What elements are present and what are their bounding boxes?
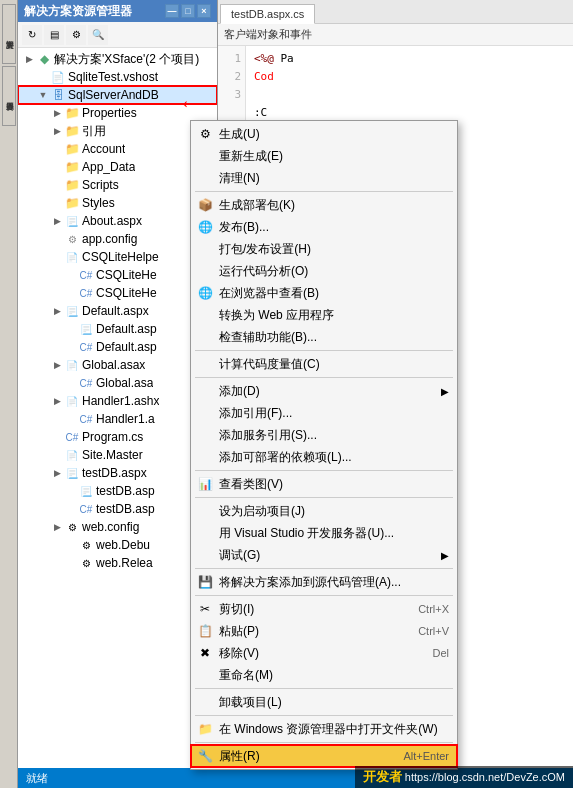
tree-item-testdbasp1[interactable]: 📃 testDB.asp	[18, 482, 217, 500]
menu-item-addsource[interactable]: 💾 将解决方案添加到源代码管理(A)...	[191, 571, 457, 593]
testdb-icon: 📃	[64, 465, 80, 481]
menu-item-codemetrics[interactable]: 计算代码度量值(C)	[191, 353, 457, 375]
menu-item-paste[interactable]: 📋 粘贴(P) Ctrl+V	[191, 620, 457, 642]
expand-icon-webdebug	[64, 538, 78, 552]
tree-item-defaultasp1[interactable]: 📃 Default.asp	[18, 320, 217, 338]
tree-item-default[interactable]: ▶ 📃 Default.aspx	[18, 302, 217, 320]
webdebug-label: web.Debu	[96, 538, 150, 552]
expand-icon-properties: ▶	[50, 106, 64, 120]
menu-item-convertwebapp[interactable]: 转换为 Web 应用程序	[191, 304, 457, 326]
tree-item-globalasa[interactable]: C# Global.asa	[18, 374, 217, 392]
csqlitehe2-icon: C#	[78, 285, 94, 301]
menu-item-analyze[interactable]: 运行代码分析(O)	[191, 260, 457, 282]
tree-item-defaultasp2[interactable]: C# Default.asp	[18, 338, 217, 356]
menu-item-viewbrowser[interactable]: 🌐 在浏览器中查看(B)	[191, 282, 457, 304]
sqlitetest-label: SqliteTest.vshost	[68, 70, 158, 84]
tree-item-webconfig[interactable]: ▶ ⚙ web.config	[18, 518, 217, 536]
menu-item-addref[interactable]: 添加引用(F)...	[191, 402, 457, 424]
menu-item-properties[interactable]: 🔧 属性(R) Alt+Enter	[191, 745, 457, 767]
watermark: 开发者 https://blog.csdn.net/DevZe.cOM	[355, 766, 573, 788]
tree-item-csqlitehelpe[interactable]: 📄 CSQLiteHelpe	[18, 248, 217, 266]
tree-item-sqlitetest[interactable]: 📄 SqliteTest.vshost	[18, 68, 217, 86]
menu-sep-3	[195, 377, 453, 378]
menu-item-clean[interactable]: 清理(N)	[191, 167, 457, 189]
tree-item-sqlserverdb[interactable]: ▼ 🗄 SqlServerAndDB	[18, 86, 217, 104]
menu-rename-icon	[195, 665, 215, 685]
code-line-1: <%@ Pa	[254, 50, 565, 68]
editor-tab-testdb[interactable]: testDB.aspx.cs	[220, 4, 315, 24]
tree-item-styles[interactable]: 📁 Styles	[18, 194, 217, 212]
handler1a-icon: C#	[78, 411, 94, 427]
code-line-2: Cod	[254, 68, 565, 86]
tree-item-programcs[interactable]: C# Program.cs	[18, 428, 217, 446]
menu-item-pkgsettings[interactable]: 打包/发布设置(H)	[191, 238, 457, 260]
toolbar-collapse-btn[interactable]: ▤	[44, 25, 64, 45]
menu-sep-9	[195, 715, 453, 716]
menu-properties-label: 属性(R)	[219, 748, 260, 765]
tree-item-csqlitehe1[interactable]: C# CSQLiteHe	[18, 266, 217, 284]
toolbar-sync-btn[interactable]: ↻	[22, 25, 42, 45]
menu-item-debug[interactable]: 调试(G) ▶	[191, 544, 457, 566]
menu-sep-6	[195, 568, 453, 569]
tree-item-account[interactable]: 📁 Account	[18, 140, 217, 158]
menu-item-add[interactable]: 添加(D) ▶	[191, 380, 457, 402]
menu-item-cut[interactable]: ✂ 剪切(I) Ctrl+X	[191, 598, 457, 620]
toolbar-item-1[interactable]: 解决方案资	[2, 4, 16, 64]
toolbar-props-btn[interactable]: ⚙	[66, 25, 86, 45]
pin-button[interactable]: —	[165, 4, 179, 18]
scripts-label: Scripts	[82, 178, 119, 192]
menu-item-rename[interactable]: 重命名(M)	[191, 664, 457, 686]
menu-item-build[interactable]: ⚙ 生成(U)	[191, 123, 457, 145]
menu-item-publish[interactable]: 🌐 发布(B)...	[191, 216, 457, 238]
menu-item-vsdevserver[interactable]: 用 Visual Studio 开发服务器(U)...	[191, 522, 457, 544]
menu-item-accessibility[interactable]: 检查辅助功能(B)...	[191, 326, 457, 348]
menu-item-viewclass[interactable]: 📊 查看类图(V)	[191, 473, 457, 495]
editor-header-left: 客户端对象和事件	[224, 27, 312, 42]
menu-cut-label: 剪切(I)	[219, 601, 254, 618]
menu-item-remove[interactable]: ✖ 移除(V) Del	[191, 642, 457, 664]
tree-item-webrelease[interactable]: ⚙ web.Relea	[18, 554, 217, 572]
expand-icon-references: ▶	[50, 124, 64, 138]
testdbasp2-icon: C#	[78, 501, 94, 517]
menu-item-unload[interactable]: 卸载项目(L)	[191, 691, 457, 713]
tree-item-scripts[interactable]: 📁 Scripts	[18, 176, 217, 194]
appdata-label: App_Data	[82, 160, 135, 174]
appdata-icon: 📁	[64, 159, 80, 175]
tree-item-handler1a[interactable]: C# Handler1.a	[18, 410, 217, 428]
styles-label: Styles	[82, 196, 115, 210]
panel-toolbar: ↻ ▤ ⚙ 🔍	[18, 22, 217, 48]
tree-item-testdb[interactable]: ▶ 📃 testDB.aspx	[18, 464, 217, 482]
tree-item-testdbasp2[interactable]: C# testDB.asp	[18, 500, 217, 518]
tree-item-appconfig[interactable]: ⚙ app.config	[18, 230, 217, 248]
tree-item-references[interactable]: ▶ 📁 引用	[18, 122, 217, 140]
code-tag-1: <%@	[254, 52, 274, 65]
tree-item-properties[interactable]: ▶ 📁 Properties	[18, 104, 217, 122]
panel-title-bar: 解决方案资源管理器 — □ ×	[18, 0, 217, 22]
defaultasp2-icon: C#	[78, 339, 94, 355]
menu-item-openfolder[interactable]: 📁 在 Windows 资源管理器中打开文件夹(W)	[191, 718, 457, 740]
tree-item-solution[interactable]: ▶ ◆ 解决方案'XSface'(2 个项目)	[18, 50, 217, 68]
toolbar-filter-btn[interactable]: 🔍	[88, 25, 108, 45]
menu-item-adddeploy[interactable]: 添加可部署的依赖项(L)...	[191, 446, 457, 468]
menu-item-addservice[interactable]: 添加服务引用(S)...	[191, 424, 457, 446]
tree-item-about[interactable]: ▶ 📃 About.aspx	[18, 212, 217, 230]
menu-item-rebuild[interactable]: 重新生成(E)	[191, 145, 457, 167]
expand-icon-sqlitetest	[36, 70, 50, 84]
menu-item-setstartup[interactable]: 设为启动项目(J)	[191, 500, 457, 522]
tree-item-handler1[interactable]: ▶ 📄 Handler1.ashx	[18, 392, 217, 410]
tree-item-csqlitehe2[interactable]: C# CSQLiteHe	[18, 284, 217, 302]
tree-item-sitemaster[interactable]: 📄 Site.Master	[18, 446, 217, 464]
expand-icon-programcs	[50, 430, 64, 444]
close-button[interactable]: ×	[197, 4, 211, 18]
expand-icon-account	[50, 142, 64, 156]
menu-item-buildpkg[interactable]: 📦 生成部署包(K)	[191, 194, 457, 216]
tree-item-webdebug[interactable]: ⚙ web.Debu	[18, 536, 217, 554]
toolbar-item-2[interactable]: 服务器资源	[2, 66, 16, 126]
tree-item-appdata[interactable]: 📁 App_Data	[18, 158, 217, 176]
expand-button[interactable]: □	[181, 4, 195, 18]
expand-icon-testdbasp2	[64, 502, 78, 516]
expand-icon-defaultasp1	[64, 322, 78, 336]
testdbasp2-label: testDB.asp	[96, 502, 155, 516]
tree-item-global[interactable]: ▶ 📄 Global.asax	[18, 356, 217, 374]
line-num-3: 3	[222, 86, 241, 104]
